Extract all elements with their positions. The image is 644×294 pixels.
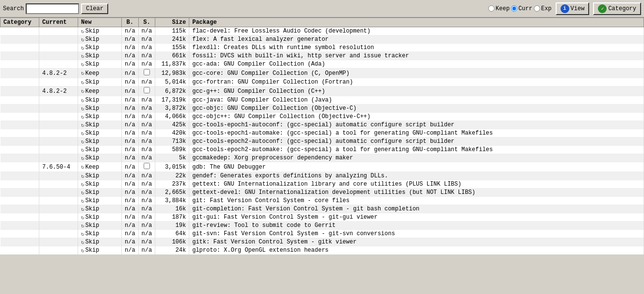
cell-new[interactable]: ↻Skip xyxy=(78,60,122,69)
cell-new[interactable]: ↻Keep xyxy=(78,69,122,78)
cell-s: n/a xyxy=(138,60,155,69)
source-checkbox[interactable] xyxy=(144,69,150,75)
cell-new[interactable]: ↻Skip xyxy=(78,52,122,60)
cell-s: n/a xyxy=(138,222,155,230)
table-row: ↻Skipn/an/a19kgit-review: Tool to submit… xyxy=(0,222,644,230)
view-button[interactable]: i View xyxy=(556,2,590,15)
cell-current xyxy=(39,129,78,138)
cell-current xyxy=(39,104,78,113)
new-action-label: Skip xyxy=(85,247,99,254)
new-action-label: Keep xyxy=(85,164,99,171)
cell-s: n/a xyxy=(138,154,155,162)
cell-new[interactable]: ↻Keep xyxy=(78,162,122,172)
cell-new[interactable]: ↻Skip xyxy=(78,113,122,121)
cell-new[interactable]: ↻Skip xyxy=(78,180,122,189)
cell-new[interactable]: ↻Skip xyxy=(78,78,122,86)
table-row: ↻Skipn/an/a16kgit-completion: Fast Versi… xyxy=(0,205,644,213)
cell-size: 155k xyxy=(155,44,189,52)
cell-s: n/a xyxy=(138,172,155,180)
cell-new[interactable]: ↻Skip xyxy=(78,138,122,146)
cell-b: n/a xyxy=(122,138,139,146)
cell-new[interactable]: ↻Skip xyxy=(78,197,122,205)
cell-size: 4,066k xyxy=(155,113,189,121)
radio-keep-label[interactable]: Keep xyxy=(488,5,510,12)
cell-b: n/a xyxy=(122,238,139,246)
cell-category xyxy=(0,69,39,78)
cell-s: n/a xyxy=(138,44,155,52)
cycle-icon: ↻ xyxy=(81,164,84,170)
cell-new[interactable]: ↻Keep xyxy=(78,86,122,96)
cycle-icon: ↻ xyxy=(81,122,84,128)
cell-package: git-svn: Fast Version Control System - g… xyxy=(189,230,644,238)
category-button[interactable]: ✓ Category xyxy=(593,2,641,15)
cell-current xyxy=(39,138,78,146)
cell-size: 3,015k xyxy=(155,162,189,172)
cell-s: n/a xyxy=(138,230,155,238)
new-action-label: Skip xyxy=(85,36,99,43)
cell-size: 3,884k xyxy=(155,197,189,205)
cell-new[interactable]: ↻Skip xyxy=(78,238,122,246)
cell-new[interactable]: ↻Skip xyxy=(78,172,122,180)
cell-new[interactable]: ↻Skip xyxy=(78,230,122,238)
cell-new[interactable]: ↻Skip xyxy=(78,35,122,44)
search-input[interactable] xyxy=(26,3,79,14)
table-row: ↻Skipn/an/a713kgcc-tools-epoch2-autoconf… xyxy=(0,138,644,146)
cell-category xyxy=(0,129,39,138)
cell-package: gcc-ada: GNU Compiler Collection (Ada) xyxy=(189,60,644,69)
new-action-label: Skip xyxy=(85,173,99,179)
radio-exp-label[interactable]: Exp xyxy=(534,5,552,12)
table-row: ↻Skipn/an/a420kgcc-tools-epoch1-automake… xyxy=(0,129,644,138)
cell-new[interactable]: ↻Skip xyxy=(78,121,122,129)
cell-s: n/a xyxy=(138,35,155,44)
cell-new[interactable]: ↻Skip xyxy=(78,44,122,52)
cell-b: n/a xyxy=(122,246,139,255)
cell-new[interactable]: ↻Skip xyxy=(78,27,122,35)
cell-category xyxy=(0,44,39,52)
new-action-label: Skip xyxy=(85,155,99,161)
cell-new[interactable]: ↻Skip xyxy=(78,104,122,113)
cell-new[interactable]: ↻Skip xyxy=(78,146,122,154)
cell-category xyxy=(0,154,39,162)
clear-button[interactable]: Clear xyxy=(81,3,108,14)
table-row: ↻Skipn/an/a5kgccmakedep: Xorg preprocess… xyxy=(0,154,644,162)
cell-new[interactable]: ↻Skip xyxy=(78,129,122,138)
table-row: ↻Skipn/an/a64kgit-svn: Fast Version Cont… xyxy=(0,230,644,238)
toolbar-right: Keep Curr Exp i View ✓ Category xyxy=(488,2,641,15)
cell-b: n/a xyxy=(122,154,139,162)
radio-curr-label[interactable]: Curr xyxy=(511,5,532,12)
cell-package: gcc-tools-epoch2-autoconf: (gcc-special)… xyxy=(189,138,644,146)
new-action-label: Skip xyxy=(85,105,99,112)
cell-new[interactable]: ↻Skip xyxy=(78,246,122,255)
source-checkbox[interactable] xyxy=(144,87,150,93)
source-checkbox[interactable] xyxy=(144,163,150,169)
cell-category xyxy=(0,162,39,172)
cell-category xyxy=(0,246,39,255)
cycle-icon: ↻ xyxy=(81,70,84,76)
cell-s: n/a xyxy=(138,189,155,197)
cell-b: n/a xyxy=(122,146,139,154)
cell-category xyxy=(0,121,39,129)
col-header-s: S. xyxy=(138,18,155,27)
cell-s[interactable] xyxy=(138,162,155,172)
cell-new[interactable]: ↻Skip xyxy=(78,189,122,197)
cell-s: n/a xyxy=(138,129,155,138)
new-action-label: Keep xyxy=(85,88,99,95)
cell-s[interactable] xyxy=(138,86,155,96)
radio-curr[interactable] xyxy=(511,5,517,12)
col-header-new: New xyxy=(78,18,122,27)
new-action-label: Skip xyxy=(85,130,99,137)
cell-s[interactable] xyxy=(138,69,155,78)
table-row: ↻Skipn/an/a17,319kgcc-java: GNU Compiler… xyxy=(0,96,644,104)
radio-exp[interactable] xyxy=(534,5,540,12)
cell-new[interactable]: ↻Skip xyxy=(78,213,122,222)
cell-new[interactable]: ↻Skip xyxy=(78,154,122,162)
radio-keep[interactable] xyxy=(488,5,495,12)
table-row: ↻Skipn/an/a3,884kgit: Fast Version Contr… xyxy=(0,197,644,205)
cell-b: n/a xyxy=(122,205,139,213)
table-row: 4.8.2-2↻Keepn/a12,983kgcc-core: GNU Comp… xyxy=(0,69,644,78)
cell-new[interactable]: ↻Skip xyxy=(78,222,122,230)
cell-new[interactable]: ↻Skip xyxy=(78,205,122,213)
cell-new[interactable]: ↻Skip xyxy=(78,96,122,104)
cell-current: 4.8.2-2 xyxy=(39,69,78,78)
cell-s: n/a xyxy=(138,52,155,60)
